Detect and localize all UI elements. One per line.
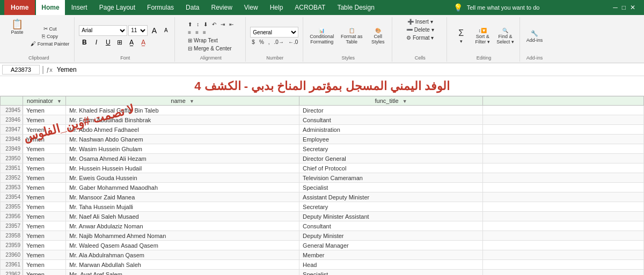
func-title-cell[interactable]: Chief of Protocol <box>299 163 483 173</box>
data-tab[interactable]: Data <box>180 0 204 15</box>
home-tab[interactable]: Home <box>36 0 64 15</box>
nominator-cell[interactable]: Yemen <box>23 270 66 276</box>
func-title-cell[interactable]: Director General <box>299 154 483 163</box>
font-name-select[interactable]: Arial <box>79 25 127 36</box>
align-middle-button[interactable]: ↕ <box>195 21 201 28</box>
table-row[interactable]: 23959YemenMr. Waleed Qasem Asaad QasemGe… <box>1 241 644 250</box>
acrobat-tab[interactable]: ACROBAT <box>289 0 331 15</box>
cut-button[interactable]: ✂ Cut <box>29 25 71 32</box>
nominator-cell[interactable]: Yemen <box>23 106 66 115</box>
func-title-cell[interactable]: Deputy Minister Assistant <box>299 212 483 221</box>
cell-styles-button[interactable]: 🎨 CellStyles <box>367 27 389 46</box>
fill-color-button[interactable]: A̲ <box>126 37 137 48</box>
nominator-cell[interactable]: Yemen <box>23 192 66 202</box>
func-title-cell[interactable]: Assistant Deputy Minister <box>299 192 483 202</box>
insert-cells-button[interactable]: ➕ Insert ▾ <box>406 18 435 25</box>
name-cell[interactable]: Mr. Nashwan Abdo Ghanem <box>66 135 299 144</box>
name-cell[interactable]: Mr. Ala Abdulrahman Qasem <box>66 250 299 260</box>
format-cells-button[interactable]: ⚙ Format ▾ <box>405 34 435 41</box>
font-color-button[interactable]: A̲ <box>138 37 149 48</box>
review-tab[interactable]: Review <box>206 0 237 15</box>
nominator-cell[interactable]: Yemen <box>23 144 66 154</box>
file-menu-button[interactable]: Home <box>4 0 35 15</box>
format-as-table-button[interactable]: 📋 Format asTable <box>338 27 365 46</box>
func-title-cell[interactable]: Specialist <box>299 270 483 276</box>
name-cell[interactable]: Mr. Anwar Abdulaziz Noman <box>66 221 299 231</box>
view-tab[interactable]: View <box>239 0 264 15</box>
nominator-cell[interactable]: Yemen <box>23 212 66 221</box>
func-title-cell[interactable]: Head <box>299 260 483 270</box>
table-row[interactable]: 23947YemenMr. Abdo Ahmed FadhaeelAdminis… <box>1 125 644 135</box>
table-row[interactable]: 23961YemenMr. Marwan Abdullah SalehHead <box>1 260 644 270</box>
name-cell[interactable]: Mr. Waleed Qasem Asaad Qasem <box>66 241 299 250</box>
table-row[interactable]: 23949YemenMr. Wasim Hussein GhulamSecret… <box>1 144 644 154</box>
bold-button[interactable]: B <box>79 37 90 48</box>
func-title-cell[interactable]: Administration <box>299 125 483 135</box>
table-row[interactable]: 23945YemenMr. Khaled Faisal Gaffar Bin T… <box>1 106 644 115</box>
insert-tab[interactable]: Insert <box>66 0 93 15</box>
nominator-cell[interactable]: Yemen <box>23 183 66 192</box>
percent-button[interactable]: % <box>258 39 266 46</box>
text-direction-button[interactable]: ↶ <box>210 21 218 28</box>
help-tab[interactable]: Help <box>265 0 289 15</box>
name-cell[interactable]: Mr. Gaber Mohammed Maaodhah <box>66 183 299 192</box>
name-cell[interactable]: Mr. Abdo Ahmed Fadhaeel <box>66 125 299 135</box>
name-cell[interactable]: Mr. Taha Hussein Mujalli <box>66 202 299 212</box>
font-size-select[interactable]: 11 <box>128 25 148 36</box>
func-title-cell[interactable]: Consultant <box>299 221 483 231</box>
maximize-icon[interactable]: □ <box>622 4 626 11</box>
func-title-cell[interactable]: Deputy Minister <box>299 231 483 241</box>
number-format-select[interactable]: General <box>250 27 298 38</box>
table-row[interactable]: 23953YemenMr. Gaber Mohammed MaaodhahSpe… <box>1 183 644 192</box>
func-title-column-header[interactable]: func_title ▼ <box>299 96 483 106</box>
name-cell[interactable]: Mr. Khaled Faisal Gaffar Bin Taleb <box>66 106 299 115</box>
name-cell[interactable]: Ms. Ayat Aref Salem <box>66 270 299 276</box>
nominator-cell[interactable]: Yemen <box>23 125 66 135</box>
nominator-cell[interactable]: Yemen <box>23 221 66 231</box>
page-layout-tab[interactable]: Page Layout <box>94 0 141 15</box>
minimize-icon[interactable]: ─ <box>613 4 618 11</box>
italic-button[interactable]: I <box>91 37 101 48</box>
indent-decrease-button[interactable]: ⇤ <box>228 21 235 28</box>
indent-increase-button[interactable]: ⇥ <box>219 21 226 28</box>
table-row[interactable]: 23946YemenMr. Fahmi Abdulhadi BinshbrakC… <box>1 115 644 125</box>
nominator-cell[interactable]: Yemen <box>23 163 66 173</box>
formula-input[interactable] <box>55 66 642 73</box>
func-title-cell[interactable]: Specialist <box>299 183 483 192</box>
name-column-header[interactable]: name ▼ <box>66 96 299 106</box>
merge-center-button[interactable]: ⊟ Merge & Center <box>186 45 233 52</box>
cell-reference-input[interactable] <box>2 65 40 75</box>
table-row[interactable]: 23948YemenMr. Nashwan Abdo GhanemEmploye… <box>1 135 644 144</box>
func-title-cell[interactable]: Secretary <box>299 202 483 212</box>
func-title-cell[interactable]: Member <box>299 250 483 260</box>
table-row[interactable]: 23952YemenMr. Eweis Gouda HusseinTelevis… <box>1 173 644 183</box>
nominator-cell[interactable]: Yemen <box>23 202 66 212</box>
name-cell[interactable]: Mr. Mansoor Zaid Manea <box>66 192 299 202</box>
table-row[interactable]: 23957YemenMr. Anwar Abdulaziz NomanConsu… <box>1 221 644 231</box>
nominator-cell[interactable]: Yemen <box>23 135 66 144</box>
align-left-button[interactable]: ≡ <box>186 29 193 36</box>
name-cell[interactable]: Mr. Najib Mohammed Ahmed Noman <box>66 231 299 241</box>
align-center-button[interactable]: ≡ <box>194 29 200 36</box>
name-cell[interactable]: Mr. Osama Ahmed Ali Hezam <box>66 154 299 163</box>
comma-button[interactable]: , <box>267 39 272 46</box>
nominator-cell[interactable]: Yemen <box>23 260 66 270</box>
table-row[interactable]: 23958YemenMr. Najib Mohammed Ahmed Noman… <box>1 231 644 241</box>
formulas-tab[interactable]: Formulas <box>142 0 179 15</box>
name-cell[interactable]: Mr. Naef Ali Saleh Musaed <box>66 212 299 221</box>
function-button[interactable]: ƒx <box>46 66 53 73</box>
addins-button[interactable]: 🔧 Add-ins <box>524 29 545 44</box>
format-painter-button[interactable]: 🖌 Format Painter <box>29 40 71 47</box>
paste-button[interactable]: 📋 Paste <box>6 18 28 54</box>
wrap-text-button[interactable]: ⊞ Wrap Text <box>186 37 219 44</box>
find-select-button[interactable]: 🔍 Find &Select ▾ <box>494 27 516 46</box>
increase-font-button[interactable]: A <box>149 25 159 36</box>
conditional-formatting-button[interactable]: 📊 ConditionalFormatting <box>308 27 336 46</box>
name-cell[interactable]: Mr. Eweis Gouda Hussein <box>66 173 299 183</box>
table-row[interactable]: 23954YemenMr. Mansoor Zaid ManeaAssistan… <box>1 192 644 202</box>
align-right-button[interactable]: ≡ <box>201 29 208 36</box>
autosum-button[interactable]: Σ ▾ <box>451 27 471 45</box>
name-cell[interactable]: Mr. Fahmi Abdulhadi Binshbrak <box>66 115 299 125</box>
func-title-cell[interactable]: Consultant <box>299 115 483 125</box>
search-bar[interactable]: 💡 Tell me what you want to do <box>380 3 613 12</box>
